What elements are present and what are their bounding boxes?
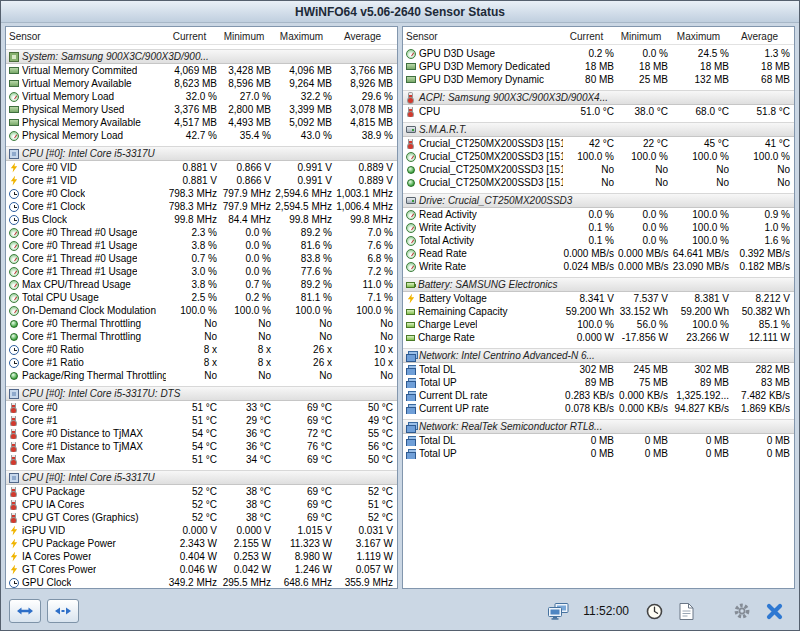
sensor-row[interactable]: Total UP0 MB0 MB0 MB0 MB: [403, 447, 794, 460]
sensor-row[interactable]: Virtual Memory Load32.0 %27.0 %32.2 %29.…: [6, 90, 397, 103]
sensor-row[interactable]: GPU D3D Memory Dedicated18 MB18 MB18 MB1…: [403, 60, 794, 73]
memory-icon: [9, 119, 19, 126]
sensor-row[interactable]: Total Activity0.1 %0.0 %100.0 %1.6 %: [403, 234, 794, 247]
sensor-value-average: 282 MB: [733, 363, 794, 376]
sensor-row[interactable]: Core #051 °C33 °C69 °C50 °C: [6, 401, 397, 414]
sensor-value-current: 100.0 %: [563, 318, 618, 331]
sensor-row[interactable]: Core #1 Clock798.3 MHz797.9 MHz2,594.5 M…: [6, 200, 397, 213]
sensor-row[interactable]: GPU D3D Usage0.2 %0.0 %24.5 %1.3 %: [403, 47, 794, 60]
gauge-icon: [9, 241, 19, 251]
sensor-row[interactable]: CPU Package52 °C38 °C69 °C52 °C: [6, 485, 397, 498]
expand-window-button[interactable]: [47, 599, 79, 623]
settings-button[interactable]: [729, 597, 755, 625]
sensor-value-current: 42.7 %: [166, 129, 221, 142]
clock-button[interactable]: [641, 597, 667, 625]
sensor-row[interactable]: Core #1 Thread #1 Usage3.0 %0.0 %77.6 %7…: [6, 265, 397, 278]
sensor-panel-right[interactable]: SensorCurrentMinimumMaximumAverageGPU D3…: [402, 26, 795, 589]
sensor-row[interactable]: Max CPU/Thread Usage3.8 %0.7 %89.2 %11.0…: [6, 278, 397, 291]
sensor-value-current: 52 °C: [166, 511, 221, 524]
sensor-value-average: 0 MB: [733, 434, 794, 447]
monitors-button[interactable]: [545, 597, 571, 625]
sensor-row[interactable]: CPU IA Cores52 °C38 °C69 °C51 °C: [6, 498, 397, 511]
logging-button[interactable]: [673, 597, 699, 625]
sensor-row[interactable]: Core #1 VID0.881 V0.866 V0.991 V0.889 V: [6, 174, 397, 187]
titlebar[interactable]: HWiNFO64 v5.06-2640 Sensor Status: [1, 1, 799, 23]
sensor-row[interactable]: Core #1 Thread #0 Usage0.7 %0.0 %83.8 %6…: [6, 252, 397, 265]
sensor-row[interactable]: CPU Package Power2.343 W2.155 W11.323 W3…: [6, 537, 397, 550]
sensor-row[interactable]: Read Activity0.0 %0.0 %100.0 %0.9 %: [403, 208, 794, 221]
sensor-row[interactable]: Core #1 Distance to TjMAX54 °C36 °C76 °C…: [6, 440, 397, 453]
sensor-row[interactable]: Core #0 Thread #1 Usage3.8 %0.0 %81.6 %7…: [6, 239, 397, 252]
sensor-label: Current UP rate: [419, 402, 489, 415]
sensor-row[interactable]: Core #0 VID0.881 V0.866 V0.991 V0.889 V: [6, 161, 397, 174]
sensor-panel-left[interactable]: SensorCurrentMinimumMaximumAverageSystem…: [5, 26, 398, 589]
sensor-group-header[interactable]: ACPI: Samsung 900X3C/900X3D/900X4...: [403, 90, 794, 105]
sensor-row[interactable]: Core #0 Ratio8 x8 x26 x10 x: [6, 343, 397, 356]
sensor-row[interactable]: Crucial_CT250MX200SSD3 [15110EF...NoNoNo…: [403, 163, 794, 176]
sensor-row[interactable]: Charge Level100.0 %56.0 %100.0 %85.1 %: [403, 318, 794, 331]
sensor-row[interactable]: Crucial_CT250MX200SSD3 [15110EF...NoNoNo…: [403, 176, 794, 189]
sensor-row[interactable]: CPU51.0 °C38.0 °C68.0 °C51.8 °C: [403, 105, 794, 118]
sensor-row[interactable]: GT Cores Power0.046 W0.042 W1.246 W0.057…: [6, 563, 397, 576]
sensor-group-header[interactable]: Network: Intel Centrino Advanced-N 6...: [403, 348, 794, 363]
sensor-value-current: 59.200 Wh: [563, 305, 618, 318]
sensor-row[interactable]: Core #0 Thermal ThrottlingNoNoNoNo: [6, 317, 397, 330]
sensor-row[interactable]: Virtual Memory Available8,623 MB8,596 MB…: [6, 77, 397, 90]
sensor-row[interactable]: Core #1 Thermal ThrottlingNoNoNoNo: [6, 330, 397, 343]
sensor-value-minimum: 8 x: [221, 356, 275, 369]
sensor-group-header[interactable]: S.M.A.R.T.: [403, 122, 794, 137]
sensor-row[interactable]: Core #151 °C29 °C69 °C49 °C: [6, 414, 397, 427]
sensor-row[interactable]: Physical Memory Available4,517 MB4,493 M…: [6, 116, 397, 129]
sensor-row[interactable]: Core #1 Ratio8 x8 x26 x10 x: [6, 356, 397, 369]
sensor-group-header[interactable]: Drive: Crucial_CT250MX200SSD3: [403, 193, 794, 208]
sensor-row[interactable]: Virtual Memory Commited4,069 MB3,428 MB4…: [6, 64, 397, 77]
sensor-row[interactable]: Read Rate0.000 MB/s0.000 MB/s64.641 MB/s…: [403, 247, 794, 260]
sensor-row[interactable]: Core #0 Distance to TjMAX54 °C36 °C72 °C…: [6, 427, 397, 440]
sensor-value-current: 0 MB: [563, 447, 618, 460]
sensor-label: Total DL: [419, 363, 456, 376]
sensor-value-maximum: 100.0 %: [672, 318, 733, 331]
sensor-row[interactable]: Physical Memory Load42.7 %35.4 %43.0 %38…: [6, 129, 397, 142]
sensor-row[interactable]: CPU GT Cores (Graphics)52 °C38 °C69 °C52…: [6, 511, 397, 524]
sensor-row[interactable]: Total UP89 MB75 MB89 MB83 MB: [403, 376, 794, 389]
sensor-row[interactable]: Charge Rate0.000 W-17.856 W23.266 W12.11…: [403, 331, 794, 344]
sensor-row[interactable]: GPU Clock349.2 MHz295.5 MHz648.6 MHz355.…: [6, 576, 397, 589]
sensor-row[interactable]: iGPU VID0.000 V0.000 V1.015 V0.031 V: [6, 524, 397, 537]
sensor-value-current: 4,069 MB: [166, 64, 221, 77]
sensor-row[interactable]: Total CPU Usage2.5 %0.2 %81.1 %7.1 %: [6, 291, 397, 304]
sensor-group-header[interactable]: CPU [#0]: Intel Core i5-3317U: [6, 470, 397, 485]
sensor-row[interactable]: Write Rate0.024 MB/s0.000 MB/s23.090 MB/…: [403, 260, 794, 273]
sensor-row[interactable]: Write Activity0.1 %0.0 %100.0 %1.0 %: [403, 221, 794, 234]
sensor-row[interactable]: Current DL rate0.283 KB/s0.000 KB/s1,325…: [403, 389, 794, 402]
sensor-row[interactable]: Physical Memory Used3,376 MB2,800 MB3,39…: [6, 103, 397, 116]
sensor-value-average: 50.382 Wh: [733, 305, 794, 318]
sensor-row[interactable]: Total DL302 MB245 MB302 MB282 MB: [403, 363, 794, 376]
sensor-row[interactable]: Total DL0 MB0 MB0 MB0 MB: [403, 434, 794, 447]
sensor-group-header[interactable]: Battery: SAMSUNG Electronics: [403, 277, 794, 292]
sensor-group-label: Drive: Crucial_CT250MX200SSD3: [419, 195, 572, 206]
sensor-row[interactable]: On-Demand Clock Modulation100.0 %100.0 %…: [6, 304, 397, 317]
sensor-row[interactable]: Crucial_CT250MX200SSD3 [15110EF...42 °C2…: [403, 137, 794, 150]
sensor-row[interactable]: GPU D3D Memory Dynamic80 MB25 MB132 MB68…: [403, 73, 794, 86]
sensor-value-average: 7.1 %: [336, 291, 397, 304]
sensor-row[interactable]: Core #0 Clock798.3 MHz797.9 MHz2,594.6 M…: [6, 187, 397, 200]
sensor-row[interactable]: IA Cores Power0.404 W0.253 W8.980 W1.119…: [6, 550, 397, 563]
sensor-value-maximum: 132 MB: [672, 73, 733, 86]
sensor-row[interactable]: Core #0 Thread #0 Usage2.3 %0.0 %89.2 %7…: [6, 226, 397, 239]
sensor-label-cell: Crucial_CT250MX200SSD3 [15110EF...: [403, 137, 563, 150]
sensor-group-header[interactable]: CPU [#0]: Intel Core i5-3317U: DTS: [6, 386, 397, 401]
sensor-row[interactable]: Package/Ring Thermal ThrottlingNoNoNoNo: [6, 369, 397, 382]
sensor-row[interactable]: Remaining Capacity59.200 Wh33.152 Wh59.2…: [403, 305, 794, 318]
sensor-group-header[interactable]: System: Samsung 900X3C/900X3D/900...: [6, 49, 397, 64]
sensor-row[interactable]: Bus Clock99.8 MHz84.4 MHz99.8 MHz99.8 MH…: [6, 213, 397, 226]
shrink-window-button[interactable]: [9, 599, 41, 623]
sensor-group-header[interactable]: Network: RealTek Semiconductor RTL8...: [403, 419, 794, 434]
sensor-row[interactable]: Current UP rate0.078 KB/s0.000 KB/s94.82…: [403, 402, 794, 415]
sensor-value-minimum: 4,493 MB: [221, 116, 275, 129]
sensor-row[interactable]: Battery Voltage8.341 V7.537 V8.381 V8.21…: [403, 292, 794, 305]
sensor-group-header[interactable]: CPU [#0]: Intel Core i5-3317U: [6, 146, 397, 161]
sensor-group-label: Battery: SAMSUNG Electronics: [418, 279, 557, 290]
sensor-row[interactable]: Core Max51 °C34 °C69 °C50 °C: [6, 453, 397, 466]
close-button[interactable]: [761, 597, 787, 625]
sensor-row[interactable]: Crucial_CT250MX200SSD3 [15110EF...100.0 …: [403, 150, 794, 163]
